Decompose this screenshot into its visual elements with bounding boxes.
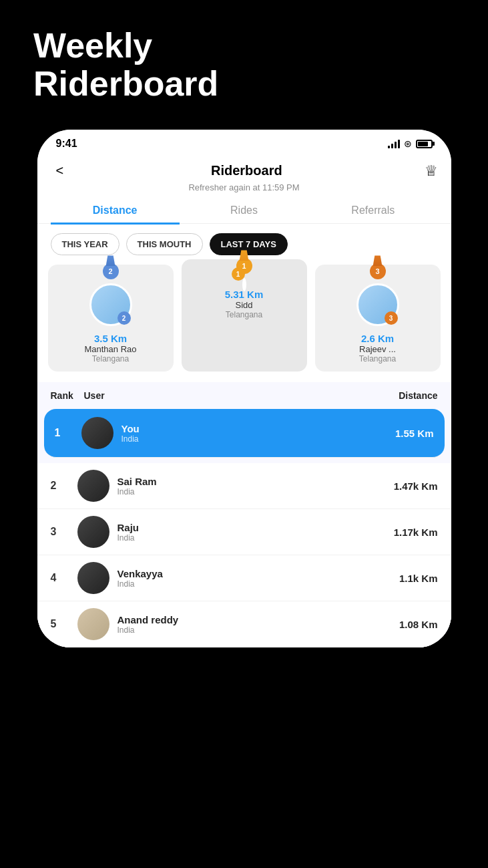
podium: 2 2 3.5 Km Manthan Rao Telangana 1 1 <box>37 265 451 382</box>
row-info-1: You India <box>121 423 395 444</box>
header-title: Riderboard <box>211 163 282 178</box>
row-avatar-1 <box>81 417 113 449</box>
app-content: < Riderboard ♕ Refresher again at 11:59 … <box>37 155 451 647</box>
row-region-5: India <box>117 625 399 635</box>
podium-card-3rd: 3 3 2.6 Km Rajeev ... Telangana <box>315 265 441 372</box>
rank-badge-2nd: 2 <box>117 311 131 325</box>
leaderboard-row-4: 4 Venkayya India 1.1k Km <box>37 555 451 601</box>
avatar-1st <box>242 278 246 291</box>
row-info-3: Raju India <box>117 522 394 543</box>
status-time: 9:41 <box>56 138 77 150</box>
header: < Riderboard ♕ Refresher again at 11:59 … <box>37 155 451 198</box>
status-icons: ⊛ <box>388 138 433 149</box>
tab-rides[interactable]: Rides <box>180 198 308 223</box>
leaderboard: Rank User Distance 1 You India 1.55 Km 2 <box>37 382 451 647</box>
row-info-4: Venkayya India <box>117 568 399 589</box>
rank-badge-1st: 1 <box>232 267 245 281</box>
row-avatar-5 <box>77 608 109 640</box>
rank-badge-3rd: 3 <box>385 311 398 325</box>
row-rank-2: 2 <box>51 480 77 492</box>
tab-referrals[interactable]: Referrals <box>308 198 437 223</box>
row-distance-3: 1.17k Km <box>394 527 438 538</box>
tab-bar: Distance Rides Referrals <box>37 198 451 224</box>
row-region-4: India <box>117 579 399 589</box>
row-name-2: Sai Ram <box>117 476 394 487</box>
row-distance-2: 1.47k Km <box>394 480 438 492</box>
filter-this-mouth[interactable]: THIS MOUTH <box>126 233 203 255</box>
podium-card-2nd: 2 2 3.5 Km Manthan Rao Telangana <box>48 265 174 372</box>
podium-name-3rd: Rajeev ... <box>359 344 396 354</box>
row-info-2: Sai Ram India <box>117 476 394 496</box>
leaderboard-row-1: 1 You India 1.55 Km <box>44 409 445 458</box>
row-name-4: Venkayya <box>117 568 399 579</box>
row-rank-1: 1 <box>55 427 81 439</box>
row-rank-4: 4 <box>51 572 77 584</box>
filter-this-year[interactable]: THIS YEAR <box>51 233 119 255</box>
row-avatar-2 <box>77 470 109 502</box>
row-avatar-4 <box>77 562 109 594</box>
row-rank-5: 5 <box>51 618 77 630</box>
row-distance-5: 1.08 Km <box>399 619 438 630</box>
row-region-1: India <box>121 434 395 444</box>
row-name-1: You <box>121 423 395 434</box>
phone-frame: 9:41 ⊛ < Riderboard ♕ Refresher again at… <box>37 130 451 647</box>
col-distance: Distance <box>399 390 437 401</box>
col-rank: Rank <box>51 390 84 401</box>
page-title: WeeklyRiderboard <box>0 0 252 123</box>
leaderboard-row-3: 3 Raju India 1.17k Km <box>37 509 451 555</box>
table-header: Rank User Distance <box>37 382 451 409</box>
avatar-container-2nd: 2 <box>89 274 132 326</box>
podium-region-3rd: Telangana <box>359 354 396 364</box>
back-button[interactable]: < <box>51 160 69 181</box>
row-region-3: India <box>117 533 394 543</box>
battery-icon <box>416 140 433 148</box>
podium-region-2nd: Telangana <box>92 354 129 364</box>
podium-card-1st: 1 1 5.31 Km Sidd Telangana <box>182 259 307 372</box>
avatar-container-1st: 1 <box>242 269 246 282</box>
avatar-container-3rd: 3 <box>356 274 399 326</box>
podium-distance-2nd: 3.5 Km <box>94 333 127 344</box>
podium-name-2nd: Manthan Rao <box>84 344 136 354</box>
row-distance-1: 1.55 Km <box>395 428 434 439</box>
row-name-3: Raju <box>117 522 394 533</box>
podium-region-1st: Telangana <box>226 310 262 319</box>
row-name-5: Anand reddy <box>117 614 399 625</box>
status-bar: 9:41 ⊛ <box>37 130 451 155</box>
row-distance-4: 1.1k Km <box>399 573 438 584</box>
podium-distance-3rd: 2.6 Km <box>361 333 394 344</box>
leaderboard-row-5: 5 Anand reddy India 1.08 Km <box>37 601 451 647</box>
tab-distance[interactable]: Distance <box>51 198 180 223</box>
header-subtitle: Refresher again at 11:59 PM <box>188 182 299 192</box>
col-user: User <box>84 390 399 401</box>
leaderboard-row-2: 2 Sai Ram India 1.47k Km <box>37 463 451 509</box>
row-region-2: India <box>117 487 394 496</box>
row-info-5: Anand reddy India <box>117 614 399 635</box>
crown-icon[interactable]: ♕ <box>425 162 438 180</box>
signal-icon <box>388 139 400 148</box>
row-rank-3: 3 <box>51 526 77 538</box>
podium-name-1st: Sidd <box>235 300 252 310</box>
wifi-icon: ⊛ <box>404 138 412 149</box>
row-avatar-3 <box>77 516 109 548</box>
